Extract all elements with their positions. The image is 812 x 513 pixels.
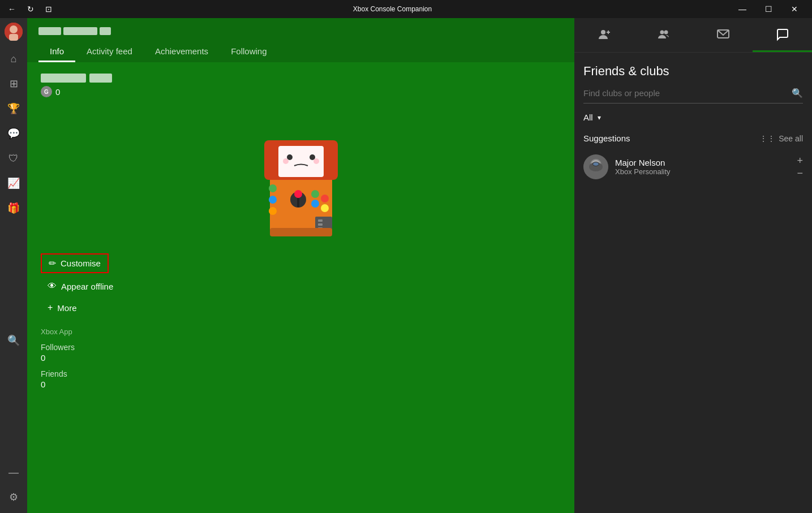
see-all-label[interactable]: See all <box>779 134 803 143</box>
search-input[interactable] <box>583 88 792 98</box>
svg-point-8 <box>283 158 289 164</box>
filter-row: All ▾ <box>583 113 803 122</box>
sidebar-item-search[interactable]: 🔍 <box>2 329 25 352</box>
right-tab-friends-group[interactable] <box>634 18 693 52</box>
nav-tabs: Info Activity feed Achievements Followin… <box>38 42 563 62</box>
sidebar-item-store[interactable]: 🎁 <box>2 197 25 219</box>
search-bar[interactable]: 🔍 <box>583 88 803 104</box>
see-all-button[interactable]: ⋮⋮ See all <box>759 134 803 143</box>
sidebar-item-dashboard[interactable]: ⊞ <box>2 72 25 95</box>
right-tab-message[interactable] <box>753 18 812 52</box>
svg-point-36 <box>593 162 599 166</box>
titlebar-left: ← ↻ ⊡ <box>5 2 55 16</box>
pencil-icon: ✏ <box>49 258 56 269</box>
tab-following[interactable]: Following <box>220 42 278 62</box>
followers-label: Followers <box>41 343 561 352</box>
window-controls: — ☐ ✕ <box>729 0 807 18</box>
right-top-icons <box>574 18 812 53</box>
suggestions-title: Suggestions <box>583 133 630 143</box>
add-friend-button[interactable]: + <box>797 156 803 166</box>
suggestion-info: Major Nelson Xbox Personality <box>615 158 790 176</box>
user-avatar[interactable] <box>5 23 23 41</box>
svg-rect-22 <box>318 223 323 226</box>
svg-point-1 <box>10 25 18 33</box>
name-bar-1 <box>41 74 86 83</box>
svg-point-29 <box>664 30 668 34</box>
profile-name-bars <box>41 74 112 83</box>
gamerscore-value: 0 <box>55 87 60 97</box>
maximize-button[interactable]: ☐ <box>755 0 781 18</box>
tab-info[interactable]: Info <box>38 42 75 62</box>
sidebar-item-messages[interactable]: 💬 <box>2 122 25 145</box>
appear-offline-button[interactable]: 👁 Appear offline <box>41 278 120 295</box>
gamerscore-badge: G <box>41 86 52 97</box>
right-tab-chat[interactable] <box>693 18 753 52</box>
sidebar-item-settings[interactable]: ⚙ <box>2 486 25 508</box>
search-icon[interactable]: 🔍 <box>792 88 803 98</box>
suggestion-avatar <box>583 154 608 179</box>
back-button[interactable]: ← <box>5 2 19 16</box>
profile-content: G 0 <box>27 62 574 513</box>
sidebar-item-achievements[interactable]: 🏆 <box>2 97 25 120</box>
suggestion-actions: + − <box>797 156 803 178</box>
header-logo <box>38 27 111 35</box>
customise-button[interactable]: ✏ Customise <box>41 253 109 273</box>
logo-bar-3 <box>100 27 111 35</box>
sidebar-item-trending[interactable]: 📈 <box>2 172 25 195</box>
svg-point-9 <box>313 158 319 164</box>
suggestion-subtitle: Xbox Personality <box>615 167 790 176</box>
plus-icon: + <box>48 303 53 313</box>
logo-bar-1 <box>38 27 61 35</box>
more-button[interactable]: + More <box>41 299 84 316</box>
sidebar-item-separator: — <box>2 461 25 484</box>
sidebar-item-home[interactable]: ⌂ <box>2 48 25 70</box>
arcade-machine-avatar <box>244 106 358 242</box>
name-bar-2 <box>89 74 112 83</box>
more-label: More <box>57 303 76 313</box>
svg-point-12 <box>269 207 277 215</box>
svg-point-14 <box>294 190 302 198</box>
logo-bar-2 <box>63 27 97 35</box>
svg-point-28 <box>660 30 664 34</box>
svg-point-10 <box>269 184 277 192</box>
main-header: Info Activity feed Achievements Followin… <box>27 18 574 62</box>
minimize-button[interactable]: — <box>729 0 755 18</box>
refresh-button[interactable]: ↻ <box>24 2 37 16</box>
svg-point-16 <box>311 190 319 198</box>
content-area: Info Activity feed Achievements Followin… <box>27 18 812 513</box>
friends-value: 0 <box>41 380 561 389</box>
grid-icon: ⋮⋮ <box>759 134 775 143</box>
right-tab-add-friend[interactable] <box>574 18 634 52</box>
right-content: Friends & clubs 🔍 All ▾ Suggestions ⋮⋮ <box>574 53 812 513</box>
chevron-down-icon[interactable]: ▾ <box>598 114 601 122</box>
svg-point-25 <box>601 30 605 35</box>
svg-rect-24 <box>270 228 332 236</box>
friends-label: Friends <box>41 369 561 378</box>
app-body: ⌂ ⊞ 🏆 💬 🛡 📈 🎁 🔍 — ⚙ <box>0 18 812 513</box>
gamerscore-row: G 0 <box>41 86 561 97</box>
svg-point-17 <box>321 195 329 202</box>
save-icon[interactable]: ⊡ <box>42 2 55 16</box>
appear-offline-label: Appear offline <box>61 282 113 291</box>
header-user-row <box>38 27 563 35</box>
friends-clubs-title: Friends & clubs <box>583 64 803 79</box>
svg-point-19 <box>321 204 329 212</box>
sidebar-item-shield[interactable]: 🛡 <box>2 147 25 170</box>
svg-point-11 <box>269 196 277 204</box>
remove-suggestion-button[interactable]: − <box>797 168 803 178</box>
tab-activity-feed[interactable]: Activity feed <box>75 42 144 62</box>
section-label: Xbox App <box>41 327 561 336</box>
svg-point-18 <box>311 200 319 208</box>
eye-icon: 👁 <box>48 281 57 291</box>
suggestions-header: Suggestions ⋮⋮ See all <box>583 133 803 143</box>
sidebar: ⌂ ⊞ 🏆 💬 🛡 📈 🎁 🔍 — ⚙ <box>0 18 27 513</box>
filter-label[interactable]: All <box>583 113 593 122</box>
suggestion-name: Major Nelson <box>615 158 790 167</box>
svg-rect-2 <box>9 34 18 41</box>
tab-achievements[interactable]: Achievements <box>144 42 220 62</box>
titlebar: ← ↻ ⊡ Xbox Console Companion — ☐ ✕ <box>0 0 812 18</box>
window-title: Xbox Console Companion <box>55 5 729 13</box>
customise-label: Customise <box>61 258 101 268</box>
close-button[interactable]: ✕ <box>781 0 807 18</box>
profile-name-row <box>41 74 561 83</box>
